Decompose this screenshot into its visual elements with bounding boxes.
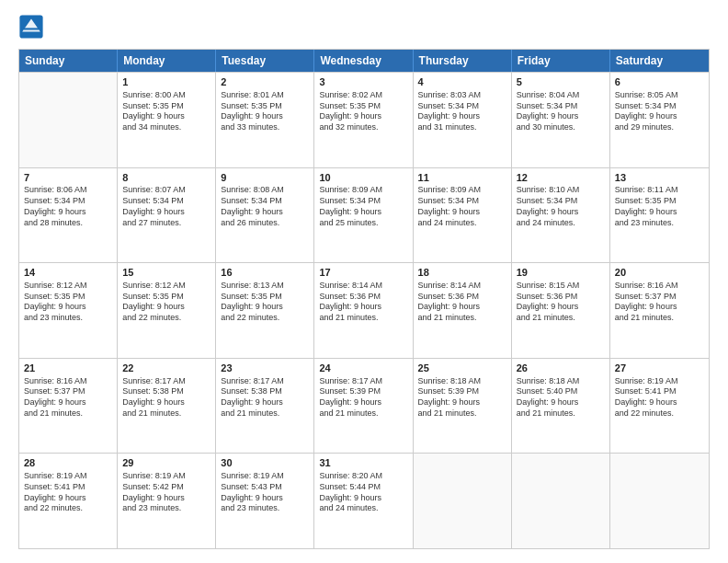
page: SundayMondayTuesdayWednesdayThursdayFrid…	[0, 0, 728, 563]
day-number: 1	[122, 75, 210, 89]
cell-info: Daylight: 9 hours	[24, 302, 112, 313]
day-header-monday: Monday	[118, 50, 216, 72]
calendar-cell: 4Sunrise: 8:03 AMSunset: 5:34 PMDaylight…	[414, 73, 512, 167]
cell-info: Sunrise: 8:19 AM	[221, 471, 309, 482]
cell-info: Sunset: 5:34 PM	[122, 196, 210, 207]
calendar-cell: 25Sunrise: 8:18 AMSunset: 5:39 PMDayligh…	[414, 359, 512, 454]
cell-info: Sunset: 5:34 PM	[319, 196, 407, 207]
day-header-sunday: Sunday	[19, 50, 118, 72]
cell-info: Sunset: 5:43 PM	[221, 482, 309, 493]
calendar-cell: 28Sunrise: 8:19 AMSunset: 5:41 PMDayligh…	[19, 454, 118, 548]
cell-info: Sunrise: 8:06 AM	[24, 185, 112, 196]
day-number: 14	[24, 266, 112, 280]
calendar-cell: 18Sunrise: 8:14 AMSunset: 5:36 PMDayligh…	[414, 263, 512, 358]
calendar-row-3: 14Sunrise: 8:12 AMSunset: 5:35 PMDayligh…	[19, 262, 709, 358]
cell-info: and 23 minutes.	[24, 313, 112, 324]
cell-info: Daylight: 9 hours	[122, 493, 210, 504]
cell-info: and 32 minutes.	[319, 122, 407, 133]
cell-info: Daylight: 9 hours	[319, 397, 407, 408]
day-header-thursday: Thursday	[414, 50, 512, 72]
cell-info: and 28 minutes.	[24, 218, 112, 229]
cell-info: Daylight: 9 hours	[24, 397, 112, 408]
calendar-row-1: 1Sunrise: 8:00 AMSunset: 5:35 PMDaylight…	[19, 72, 709, 167]
calendar-cell: 14Sunrise: 8:12 AMSunset: 5:35 PMDayligh…	[19, 263, 118, 358]
day-number: 6	[615, 75, 704, 89]
day-number: 29	[122, 456, 210, 470]
day-header-tuesday: Tuesday	[216, 50, 314, 72]
svg-rect-2	[24, 28, 40, 29]
calendar-cell: 7Sunrise: 8:06 AMSunset: 5:34 PMDaylight…	[19, 168, 118, 263]
calendar-cell: 16Sunrise: 8:13 AMSunset: 5:35 PMDayligh…	[216, 263, 314, 358]
cell-info: Sunrise: 8:00 AM	[122, 90, 210, 101]
day-number: 8	[122, 171, 210, 185]
cell-info: and 30 minutes.	[517, 122, 605, 133]
cell-info: Sunset: 5:38 PM	[221, 386, 309, 397]
cell-info: Daylight: 9 hours	[615, 111, 704, 122]
cell-info: Sunset: 5:35 PM	[615, 196, 704, 207]
cell-info: Sunrise: 8:18 AM	[418, 376, 506, 387]
calendar-cell: 31Sunrise: 8:20 AMSunset: 5:44 PMDayligh…	[314, 454, 413, 548]
day-number: 5	[517, 75, 605, 89]
cell-info: Daylight: 9 hours	[418, 397, 506, 408]
cell-info: Sunset: 5:35 PM	[319, 101, 407, 112]
cell-info: Sunset: 5:44 PM	[319, 482, 407, 493]
day-number: 28	[24, 456, 112, 470]
cell-info: Sunrise: 8:09 AM	[418, 185, 506, 196]
cell-info: and 33 minutes.	[221, 122, 309, 133]
day-number: 4	[418, 75, 506, 89]
calendar-cell: 3Sunrise: 8:02 AMSunset: 5:35 PMDaylight…	[314, 73, 413, 167]
cell-info: Sunset: 5:34 PM	[615, 101, 704, 112]
cell-info: Sunrise: 8:02 AM	[319, 90, 407, 101]
cell-info: Sunrise: 8:04 AM	[517, 90, 605, 101]
day-number: 3	[319, 75, 407, 89]
calendar-cell: 5Sunrise: 8:04 AMSunset: 5:34 PMDaylight…	[512, 73, 610, 167]
calendar-cell: 20Sunrise: 8:16 AMSunset: 5:37 PMDayligh…	[610, 263, 709, 358]
cell-info: and 21 minutes.	[517, 408, 605, 419]
calendar-body: 1Sunrise: 8:00 AMSunset: 5:35 PMDaylight…	[19, 72, 709, 548]
cell-info: Sunset: 5:35 PM	[221, 101, 309, 112]
cell-info: Sunrise: 8:19 AM	[24, 471, 112, 482]
calendar-cell: 1Sunrise: 8:00 AMSunset: 5:35 PMDaylight…	[118, 73, 216, 167]
cell-info: Daylight: 9 hours	[122, 397, 210, 408]
cell-info: Sunrise: 8:14 AM	[418, 281, 506, 292]
cell-info: Daylight: 9 hours	[122, 111, 210, 122]
cell-info: Daylight: 9 hours	[615, 302, 704, 313]
day-number: 13	[615, 171, 704, 185]
cell-info: Daylight: 9 hours	[418, 302, 506, 313]
cell-info: Sunrise: 8:19 AM	[122, 471, 210, 482]
cell-info: Daylight: 9 hours	[319, 493, 407, 504]
cell-info: Daylight: 9 hours	[122, 302, 210, 313]
cell-info: Sunrise: 8:08 AM	[221, 185, 309, 196]
calendar-cell: 2Sunrise: 8:01 AMSunset: 5:35 PMDaylight…	[216, 73, 314, 167]
calendar-cell: 8Sunrise: 8:07 AMSunset: 5:34 PMDaylight…	[118, 168, 216, 263]
cell-info: Sunset: 5:42 PM	[122, 482, 210, 493]
cell-info: and 22 minutes.	[24, 503, 112, 514]
cell-info: Sunset: 5:35 PM	[24, 292, 112, 303]
calendar-cell: 12Sunrise: 8:10 AMSunset: 5:34 PMDayligh…	[512, 168, 610, 263]
calendar-cell	[610, 454, 709, 548]
calendar-cell: 23Sunrise: 8:17 AMSunset: 5:38 PMDayligh…	[216, 359, 314, 454]
calendar-cell	[19, 73, 118, 167]
calendar-cell: 13Sunrise: 8:11 AMSunset: 5:35 PMDayligh…	[610, 168, 709, 263]
calendar-cell: 9Sunrise: 8:08 AMSunset: 5:34 PMDaylight…	[216, 168, 314, 263]
calendar-cell: 15Sunrise: 8:12 AMSunset: 5:35 PMDayligh…	[118, 263, 216, 358]
cell-info: Sunrise: 8:03 AM	[418, 90, 506, 101]
cell-info: Sunset: 5:34 PM	[418, 101, 506, 112]
cell-info: Sunset: 5:37 PM	[24, 386, 112, 397]
day-number: 27	[615, 362, 704, 375]
cell-info: and 23 minutes.	[615, 218, 704, 229]
cell-info: Sunset: 5:36 PM	[319, 292, 407, 303]
cell-info: Sunset: 5:36 PM	[517, 292, 605, 303]
cell-info: Sunrise: 8:13 AM	[221, 281, 309, 292]
day-header-wednesday: Wednesday	[314, 50, 413, 72]
cell-info: and 22 minutes.	[615, 408, 704, 419]
calendar-cell: 27Sunrise: 8:19 AMSunset: 5:41 PMDayligh…	[610, 359, 709, 454]
day-number: 16	[221, 266, 309, 280]
cell-info: and 21 minutes.	[418, 408, 506, 419]
day-number: 2	[221, 75, 309, 89]
cell-info: Daylight: 9 hours	[319, 111, 407, 122]
cell-info: Sunrise: 8:16 AM	[24, 376, 112, 387]
calendar-header: SundayMondayTuesdayWednesdayThursdayFrid…	[19, 50, 709, 72]
cell-info: and 25 minutes.	[319, 218, 407, 229]
cell-info: Sunrise: 8:16 AM	[615, 281, 704, 292]
